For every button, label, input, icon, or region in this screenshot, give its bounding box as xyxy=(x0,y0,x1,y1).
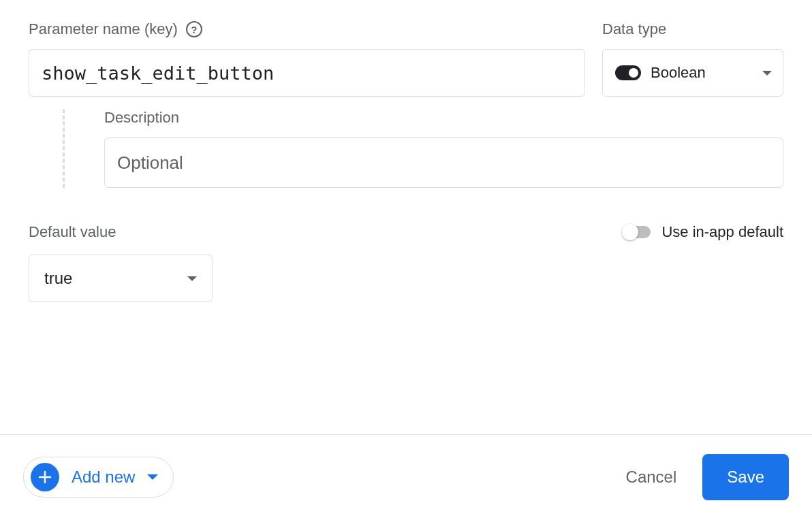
add-new-label: Add new xyxy=(72,468,135,487)
tree-guide xyxy=(63,109,65,188)
chevron-down-icon xyxy=(762,71,772,76)
footer-bar: Add new Cancel Save xyxy=(0,434,812,519)
data-type-value: Boolean xyxy=(651,64,753,82)
default-value-text: true xyxy=(44,269,72,288)
cancel-button[interactable]: Cancel xyxy=(626,468,677,487)
description-label: Description xyxy=(104,109,783,127)
description-input[interactable] xyxy=(104,137,783,188)
data-type-label: Data type xyxy=(602,20,783,38)
parameter-name-label-text: Parameter name (key) xyxy=(29,20,178,38)
data-type-select[interactable]: Boolean xyxy=(602,49,783,97)
use-in-app-default-label: Use in-app default xyxy=(661,223,783,241)
boolean-icon xyxy=(615,65,641,80)
chevron-down-icon xyxy=(187,276,197,281)
default-value-select[interactable]: true xyxy=(29,255,213,302)
default-value-label: Default value xyxy=(29,223,116,241)
parameter-name-label: Parameter name (key) ? xyxy=(29,20,585,38)
add-new-button[interactable]: Add new xyxy=(23,457,174,498)
save-button[interactable]: Save xyxy=(702,454,789,500)
help-icon[interactable]: ? xyxy=(186,21,202,37)
parameter-name-input[interactable] xyxy=(29,49,585,97)
use-in-app-default-toggle[interactable] xyxy=(623,226,651,238)
chevron-down-icon xyxy=(147,474,158,480)
plus-icon xyxy=(31,463,59,491)
